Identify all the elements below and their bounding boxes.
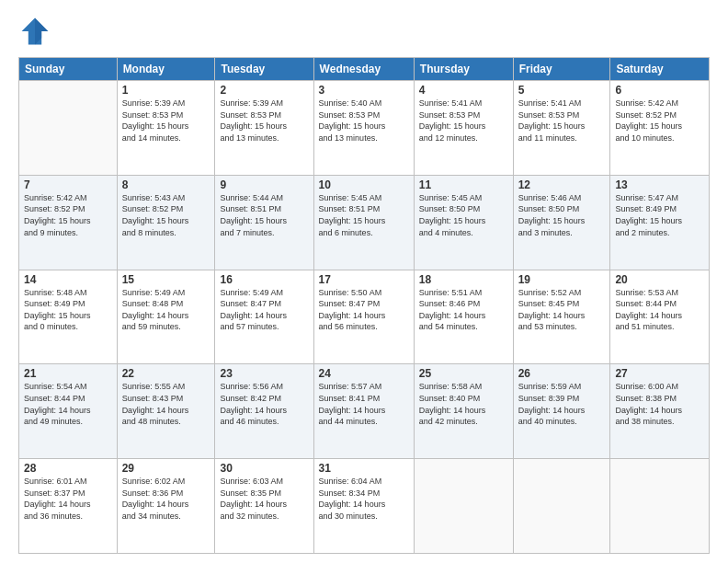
calendar-cell: 21Sunrise: 5:54 AM Sunset: 8:44 PM Dayli… bbox=[19, 364, 118, 459]
calendar-cell: 18Sunrise: 5:51 AM Sunset: 8:46 PM Dayli… bbox=[414, 270, 513, 364]
day-number: 4 bbox=[419, 84, 508, 97]
weekday-header-saturday: Saturday bbox=[610, 58, 710, 81]
calendar-cell: 19Sunrise: 5:52 AM Sunset: 8:45 PM Dayli… bbox=[513, 270, 610, 364]
day-number: 3 bbox=[319, 84, 409, 97]
day-info: Sunrise: 5:57 AM Sunset: 8:41 PM Dayligh… bbox=[319, 381, 409, 427]
calendar-header-row: SundayMondayTuesdayWednesdayThursdayFrid… bbox=[19, 58, 710, 81]
day-info: Sunrise: 5:41 AM Sunset: 8:53 PM Dayligh… bbox=[518, 98, 606, 144]
calendar-cell: 4Sunrise: 5:41 AM Sunset: 8:53 PM Daylig… bbox=[414, 81, 513, 176]
day-info: Sunrise: 5:47 AM Sunset: 8:49 PM Dayligh… bbox=[615, 192, 704, 238]
day-number: 23 bbox=[220, 367, 308, 380]
day-number: 17 bbox=[319, 273, 409, 286]
calendar-cell bbox=[19, 81, 118, 176]
day-info: Sunrise: 5:45 AM Sunset: 8:51 PM Dayligh… bbox=[319, 192, 409, 238]
day-number: 14 bbox=[24, 273, 112, 286]
calendar-week-row: 28Sunrise: 6:01 AM Sunset: 8:37 PM Dayli… bbox=[19, 459, 710, 554]
calendar-table: SundayMondayTuesdayWednesdayThursdayFrid… bbox=[18, 57, 710, 554]
day-info: Sunrise: 5:56 AM Sunset: 8:42 PM Dayligh… bbox=[220, 381, 308, 427]
calendar-cell: 22Sunrise: 5:55 AM Sunset: 8:43 PM Dayli… bbox=[117, 364, 215, 459]
calendar-week-row: 21Sunrise: 5:54 AM Sunset: 8:44 PM Dayli… bbox=[19, 364, 710, 459]
calendar-cell: 2Sunrise: 5:39 AM Sunset: 8:53 PM Daylig… bbox=[215, 81, 313, 176]
day-info: Sunrise: 5:49 AM Sunset: 8:47 PM Dayligh… bbox=[220, 287, 308, 333]
calendar-cell: 12Sunrise: 5:46 AM Sunset: 8:50 PM Dayli… bbox=[513, 175, 610, 270]
logo bbox=[18, 15, 55, 48]
calendar-cell: 29Sunrise: 6:02 AM Sunset: 8:36 PM Dayli… bbox=[117, 459, 215, 554]
calendar-cell: 31Sunrise: 6:04 AM Sunset: 8:34 PM Dayli… bbox=[313, 459, 414, 554]
calendar-week-row: 14Sunrise: 5:48 AM Sunset: 8:49 PM Dayli… bbox=[19, 270, 710, 364]
day-info: Sunrise: 5:45 AM Sunset: 8:50 PM Dayligh… bbox=[419, 192, 508, 238]
day-number: 2 bbox=[220, 84, 308, 97]
day-number: 13 bbox=[615, 178, 704, 191]
day-info: Sunrise: 6:00 AM Sunset: 8:38 PM Dayligh… bbox=[615, 381, 704, 427]
calendar-cell: 8Sunrise: 5:43 AM Sunset: 8:52 PM Daylig… bbox=[117, 175, 215, 270]
day-number: 10 bbox=[319, 178, 409, 191]
day-number: 24 bbox=[319, 367, 409, 380]
day-info: Sunrise: 5:42 AM Sunset: 8:52 PM Dayligh… bbox=[615, 98, 704, 144]
weekday-header-sunday: Sunday bbox=[19, 58, 118, 81]
day-number: 1 bbox=[122, 84, 210, 97]
day-number: 5 bbox=[518, 84, 606, 97]
weekday-header-tuesday: Tuesday bbox=[215, 58, 313, 81]
calendar-cell: 11Sunrise: 5:45 AM Sunset: 8:50 PM Dayli… bbox=[414, 175, 513, 270]
day-info: Sunrise: 5:53 AM Sunset: 8:44 PM Dayligh… bbox=[615, 287, 704, 333]
header bbox=[18, 15, 710, 48]
day-info: Sunrise: 5:41 AM Sunset: 8:53 PM Dayligh… bbox=[419, 98, 508, 144]
day-info: Sunrise: 5:54 AM Sunset: 8:44 PM Dayligh… bbox=[24, 381, 112, 427]
calendar-cell: 1Sunrise: 5:39 AM Sunset: 8:53 PM Daylig… bbox=[117, 81, 215, 176]
calendar-cell bbox=[513, 459, 610, 554]
calendar-cell: 23Sunrise: 5:56 AM Sunset: 8:42 PM Dayli… bbox=[215, 364, 313, 459]
calendar-cell: 20Sunrise: 5:53 AM Sunset: 8:44 PM Dayli… bbox=[610, 270, 710, 364]
day-info: Sunrise: 5:50 AM Sunset: 8:47 PM Dayligh… bbox=[319, 287, 409, 333]
calendar-cell: 14Sunrise: 5:48 AM Sunset: 8:49 PM Dayli… bbox=[19, 270, 118, 364]
calendar-cell: 15Sunrise: 5:49 AM Sunset: 8:48 PM Dayli… bbox=[117, 270, 215, 364]
day-info: Sunrise: 5:48 AM Sunset: 8:49 PM Dayligh… bbox=[24, 287, 112, 333]
day-info: Sunrise: 5:51 AM Sunset: 8:46 PM Dayligh… bbox=[419, 287, 508, 333]
day-info: Sunrise: 5:40 AM Sunset: 8:53 PM Dayligh… bbox=[319, 98, 409, 144]
day-info: Sunrise: 5:55 AM Sunset: 8:43 PM Dayligh… bbox=[122, 381, 210, 427]
day-number: 9 bbox=[220, 178, 308, 191]
day-number: 29 bbox=[122, 462, 210, 475]
day-info: Sunrise: 6:01 AM Sunset: 8:37 PM Dayligh… bbox=[24, 476, 112, 522]
day-info: Sunrise: 5:39 AM Sunset: 8:53 PM Dayligh… bbox=[122, 98, 210, 144]
calendar-cell bbox=[610, 459, 710, 554]
calendar-cell: 10Sunrise: 5:45 AM Sunset: 8:51 PM Dayli… bbox=[313, 175, 414, 270]
day-info: Sunrise: 5:59 AM Sunset: 8:39 PM Dayligh… bbox=[518, 381, 606, 427]
day-number: 20 bbox=[615, 273, 704, 286]
day-info: Sunrise: 6:02 AM Sunset: 8:36 PM Dayligh… bbox=[122, 476, 210, 522]
day-number: 11 bbox=[419, 178, 508, 191]
day-number: 8 bbox=[122, 178, 210, 191]
day-info: Sunrise: 5:58 AM Sunset: 8:40 PM Dayligh… bbox=[419, 381, 508, 427]
calendar-week-row: 7Sunrise: 5:42 AM Sunset: 8:52 PM Daylig… bbox=[19, 175, 710, 270]
day-info: Sunrise: 5:44 AM Sunset: 8:51 PM Dayligh… bbox=[220, 192, 308, 238]
day-number: 15 bbox=[122, 273, 210, 286]
calendar-cell: 3Sunrise: 5:40 AM Sunset: 8:53 PM Daylig… bbox=[313, 81, 414, 176]
calendar-cell: 27Sunrise: 6:00 AM Sunset: 8:38 PM Dayli… bbox=[610, 364, 710, 459]
calendar-cell: 24Sunrise: 5:57 AM Sunset: 8:41 PM Dayli… bbox=[313, 364, 414, 459]
day-info: Sunrise: 6:04 AM Sunset: 8:34 PM Dayligh… bbox=[319, 476, 409, 522]
calendar-cell: 16Sunrise: 5:49 AM Sunset: 8:47 PM Dayli… bbox=[215, 270, 313, 364]
weekday-header-monday: Monday bbox=[117, 58, 215, 81]
day-number: 6 bbox=[615, 84, 704, 97]
calendar-cell: 6Sunrise: 5:42 AM Sunset: 8:52 PM Daylig… bbox=[610, 81, 710, 176]
day-number: 27 bbox=[615, 367, 704, 380]
calendar-cell: 26Sunrise: 5:59 AM Sunset: 8:39 PM Dayli… bbox=[513, 364, 610, 459]
day-info: Sunrise: 5:52 AM Sunset: 8:45 PM Dayligh… bbox=[518, 287, 606, 333]
day-info: Sunrise: 6:03 AM Sunset: 8:35 PM Dayligh… bbox=[220, 476, 308, 522]
calendar-week-row: 1Sunrise: 5:39 AM Sunset: 8:53 PM Daylig… bbox=[19, 81, 710, 176]
calendar-cell: 13Sunrise: 5:47 AM Sunset: 8:49 PM Dayli… bbox=[610, 175, 710, 270]
day-number: 25 bbox=[419, 367, 508, 380]
day-number: 26 bbox=[518, 367, 606, 380]
calendar-cell: 30Sunrise: 6:03 AM Sunset: 8:35 PM Dayli… bbox=[215, 459, 313, 554]
day-info: Sunrise: 5:49 AM Sunset: 8:48 PM Dayligh… bbox=[122, 287, 210, 333]
page: SundayMondayTuesdayWednesdayThursdayFrid… bbox=[0, 0, 728, 563]
weekday-header-thursday: Thursday bbox=[414, 58, 513, 81]
day-info: Sunrise: 5:42 AM Sunset: 8:52 PM Dayligh… bbox=[24, 192, 112, 238]
day-number: 28 bbox=[24, 462, 112, 475]
day-info: Sunrise: 5:43 AM Sunset: 8:52 PM Dayligh… bbox=[122, 192, 210, 238]
day-number: 12 bbox=[518, 178, 606, 191]
calendar-cell: 9Sunrise: 5:44 AM Sunset: 8:51 PM Daylig… bbox=[215, 175, 313, 270]
day-number: 21 bbox=[24, 367, 112, 380]
calendar-cell bbox=[414, 459, 513, 554]
calendar-cell: 17Sunrise: 5:50 AM Sunset: 8:47 PM Dayli… bbox=[313, 270, 414, 364]
weekday-header-friday: Friday bbox=[513, 58, 610, 81]
